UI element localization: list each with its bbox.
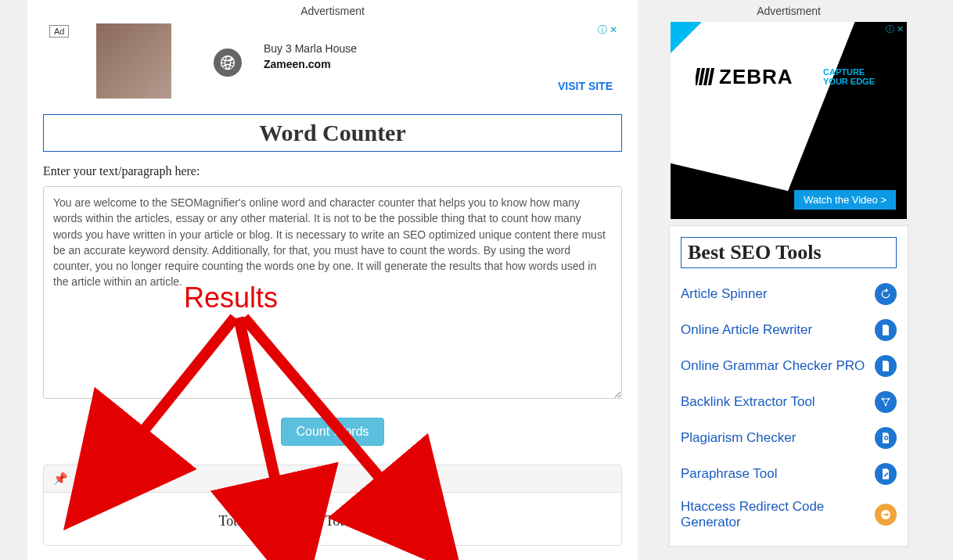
ad-triangle-decor xyxy=(671,22,702,53)
result-separator: | xyxy=(319,513,322,529)
pencil-document-icon xyxy=(875,463,897,485)
button-row: Count Words xyxy=(43,402,622,465)
ad-domain-text: Zameen.com xyxy=(264,58,331,70)
sidebar: Advertisment ⓘ ✕ ZEBRA CAPTURE YOUR EDGE… xyxy=(656,0,922,560)
tool-plagiarism-checker[interactable]: Plagiarism Checker xyxy=(681,420,897,456)
tagline-line2: YOUR EDGE xyxy=(823,77,875,86)
tool-label: Online Grammar Checker PRO xyxy=(681,358,875,374)
tool-label: Htaccess Redirect Code Generator xyxy=(681,499,875,531)
tool-label: Article Spinner xyxy=(681,286,875,302)
tool-label: Online Article Rewriter xyxy=(681,322,875,338)
sidebar-ad-close-icon[interactable]: ⓘ ✕ xyxy=(886,23,904,35)
chars-label: Total Characters: xyxy=(325,513,422,529)
main-content: Advertisment Ad Buy 3 Marla House Zameen… xyxy=(27,0,638,560)
pin-icon: 📌 xyxy=(53,472,68,485)
tool-article-spinner[interactable]: Article Spinner xyxy=(681,276,897,312)
zebra-tagline: CAPTURE YOUR EDGE xyxy=(823,67,875,86)
zebra-brand-text: ZEBRA xyxy=(719,65,793,88)
redirect-icon xyxy=(875,504,897,526)
ad-thumbnail xyxy=(96,23,171,99)
tool-article-rewriter[interactable]: Online Article Rewriter xyxy=(681,312,897,348)
globe-icon xyxy=(214,48,242,77)
document-icon xyxy=(875,319,897,341)
sidebar-ad[interactable]: ⓘ ✕ ZEBRA CAPTURE YOUR EDGE Watch the Vi… xyxy=(671,22,907,219)
result-header-text: Result xyxy=(74,472,108,485)
result-body: Total Words: 106 | Total Characters: 586 xyxy=(44,493,621,545)
tools-heading: Best SEO Tools xyxy=(681,237,897,268)
zebra-logo: ZEBRA xyxy=(696,65,793,91)
ad-badge: Ad xyxy=(49,25,69,38)
result-header: 📌 Result xyxy=(44,465,621,493)
ad-title-text: Buy 3 Marla House xyxy=(264,42,357,55)
tools-panel: Best SEO Tools Article Spinner Online Ar… xyxy=(669,225,908,547)
textarea-label: Enter your text/paragraph here: xyxy=(43,164,622,178)
count-words-button[interactable]: Count Words xyxy=(281,418,383,446)
tool-label: Plagiarism Checker xyxy=(681,430,875,446)
page-title: Word Counter xyxy=(43,114,622,152)
words-value: 106 xyxy=(294,513,315,529)
zebra-icon xyxy=(696,66,716,91)
text-input[interactable] xyxy=(43,186,622,399)
watch-video-button[interactable]: Watch the Video > xyxy=(794,190,896,210)
tool-label: Backlink Extractor Tool xyxy=(681,394,875,410)
words-label: Total Words: xyxy=(219,513,291,529)
spinner-icon xyxy=(875,283,897,305)
tool-label: Paraphrase Tool xyxy=(681,466,875,482)
ad-close-icon[interactable]: ⓘ ✕ xyxy=(598,23,617,37)
ad-header-label: Advertisment xyxy=(43,0,622,20)
check-document-icon xyxy=(875,355,897,377)
sidebar-ad-label: Advertisment xyxy=(656,0,922,20)
network-icon xyxy=(875,391,897,413)
tool-paraphrase[interactable]: Paraphrase Tool xyxy=(681,456,897,492)
result-panel: 📌 Result Total Words: 106 | Total Charac… xyxy=(43,465,622,546)
tool-backlink-extractor[interactable]: Backlink Extractor Tool xyxy=(681,384,897,420)
tool-htaccess-generator[interactable]: Htaccess Redirect Code Generator xyxy=(681,492,897,538)
chars-value: 586 xyxy=(425,513,446,529)
tagline-line1: CAPTURE xyxy=(823,67,865,77)
top-ad-banner[interactable]: Ad Buy 3 Marla House Zameen.com VISIT SI… xyxy=(43,20,622,99)
search-document-icon xyxy=(875,427,897,449)
tool-grammar-checker[interactable]: Online Grammar Checker PRO xyxy=(681,348,897,384)
ad-visit-link[interactable]: VISIT SITE xyxy=(558,80,613,92)
